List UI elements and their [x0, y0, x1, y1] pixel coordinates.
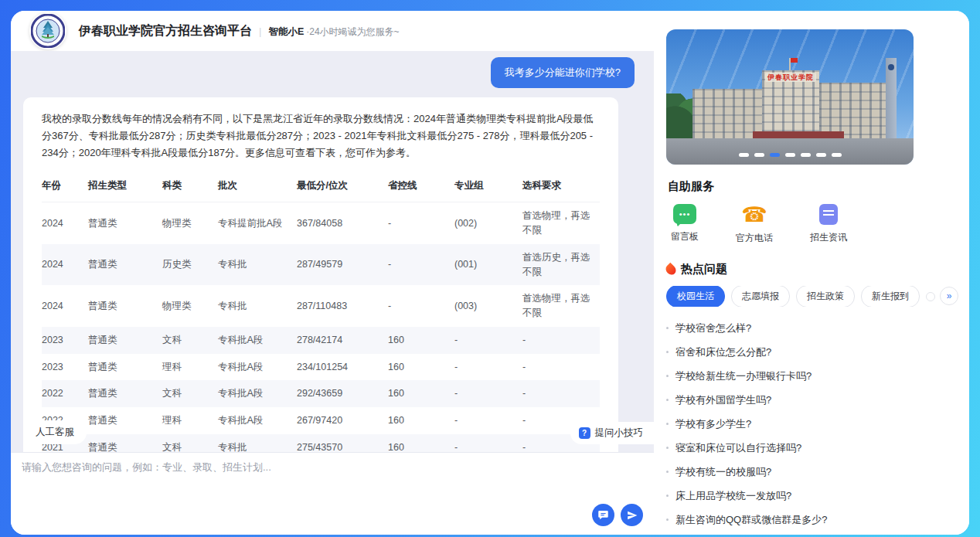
hot-question-item[interactable]: 新生咨询的QQ群或微信群是多少? [666, 508, 960, 532]
table-cell: 专科批 [218, 244, 297, 286]
table-cell: 普通类 [88, 354, 162, 381]
page-title: 伊春职业学院官方招生咨询平台 [79, 23, 252, 39]
admission-news-label: 招生资讯 [810, 231, 847, 244]
page-background: 伊春职业学院官方招生咨询平台 | 智能小E ·24小时竭诚为您服务~ 我考多少分… [0, 0, 980, 537]
open-chat-button[interactable] [592, 504, 614, 526]
hot-topic-tag[interactable]: 新生报到 [861, 286, 920, 307]
phone-icon: ☎ [741, 204, 767, 226]
tags-scroll-right-button[interactable]: » [940, 287, 958, 305]
campus-photo-carousel[interactable]: 伊春职业学院 [666, 29, 914, 165]
hot-question-item[interactable]: 寝室和床位可以自行选择吗? [666, 436, 960, 460]
carousel-dot[interactable] [801, 153, 811, 157]
hot-question-item[interactable]: 学校有统一的校服吗? [666, 460, 960, 484]
human-agent-button[interactable]: 人工客服 [23, 420, 87, 444]
news-doc-icon [819, 204, 838, 225]
service-tagline: ·24小时竭诚为您服务~ [306, 25, 399, 39]
table-cell: 专科提前批A段 [218, 202, 297, 244]
carousel-dot[interactable] [785, 153, 795, 157]
table-header-cell: 批次 [218, 171, 297, 202]
building-banner [753, 131, 844, 138]
table-cell: 2024 [42, 285, 88, 327]
bullet-dot [666, 518, 669, 521]
carousel-dot[interactable] [770, 153, 780, 157]
table-header-cell: 招生类型 [88, 171, 162, 202]
carousel-dot[interactable] [816, 153, 826, 157]
official-phone-label: 官方电话 [736, 232, 773, 245]
carousel-dots [666, 153, 914, 157]
table-cell: - [522, 354, 600, 381]
table-cell: 专科批 [218, 285, 297, 327]
table-cell: 文科 [162, 327, 218, 354]
bot-response-card: 我校的录取分数线每年的情况会稍有不同，以下是黑龙江省近年的录取分数线情况：202… [23, 97, 618, 452]
table-cell: 历史类 [162, 244, 218, 286]
hot-question-text: 学校有多少学生? [675, 417, 751, 431]
table-cell: (003) [454, 285, 522, 327]
bullet-dot [666, 471, 669, 473]
table-header-cell: 科类 [162, 171, 218, 202]
carousel-dot[interactable] [832, 153, 842, 157]
send-message-button[interactable] [621, 504, 643, 526]
table-row: 2024普通类物理类专科提前批A段367/84058-(002)首选物理，再选不… [42, 202, 600, 244]
hot-question-list: 学校宿舍怎么样?宿舍和床位怎么分配?学校给新生统一办理银行卡吗?学校有外国留学生… [666, 316, 960, 532]
hot-question-item[interactable]: 床上用品学校统一发放吗? [666, 484, 960, 508]
hot-topic-tags: 校园生活志愿填报招生政策新生报到 » [666, 286, 960, 307]
hot-question-text: 学校有统一的校服吗? [675, 465, 771, 479]
hot-question-item[interactable]: 宿舍和床位怎么分配? [666, 340, 960, 364]
table-cell: 275/43570 [297, 434, 388, 452]
chat-bubble-icon [597, 509, 609, 521]
table-cell: 理科 [162, 354, 218, 381]
table-cell: 2024 [42, 244, 88, 286]
table-row: 2023普通类理科专科批A段234/101254160-- [42, 354, 600, 381]
hot-question-text: 学校给新生统一办理银行卡吗? [675, 369, 812, 383]
table-row: 2022普通类文科专科批A段292/43659160-- [42, 380, 600, 407]
ask-tips-button[interactable]: ? 提问小技巧 [570, 422, 655, 444]
bullet-dot [666, 399, 669, 401]
hot-question-item[interactable]: 学校有外国留学生吗? [666, 388, 960, 412]
table-row: 2024普通类物理类专科批287/110483-(003)首选物理，再选不限 [42, 285, 600, 327]
carousel-dot[interactable] [739, 153, 749, 157]
double-chevron-right-icon: » [947, 291, 952, 301]
hot-question-text: 寝室和床位可以自行选择吗? [675, 441, 801, 455]
table-cell: 234/101254 [297, 354, 388, 381]
table-cell: (001) [454, 244, 522, 286]
hot-topic-tag[interactable]: 志愿填报 [731, 286, 790, 307]
bot-message-text: 我校的录取分数线每年的情况会稍有不同，以下是黑龙江省近年的录取分数线情况：202… [42, 110, 600, 161]
message-input[interactable] [22, 461, 578, 505]
hot-topic-tag[interactable]: 招生政策 [796, 286, 855, 307]
table-cell: 普通类 [88, 380, 162, 407]
header-bar: 伊春职业学院官方招生咨询平台 | 智能小E ·24小时竭诚为您服务~ [11, 11, 654, 51]
hot-question-item[interactable]: 学校有多少学生? [666, 412, 960, 436]
table-cell: - [454, 434, 522, 452]
table-cell: 专科批A段 [218, 327, 297, 354]
campus-road [666, 138, 914, 165]
official-phone-button[interactable]: ☎ 官方电话 [736, 204, 773, 245]
hot-topic-tag[interactable]: 校园生活 [666, 286, 725, 307]
table-cell: 文科 [162, 380, 218, 407]
chat-panel: 伊春职业学院官方招生咨询平台 | 智能小E ·24小时竭诚为您服务~ 我考多少分… [11, 11, 654, 535]
table-cell: 专科批A段 [218, 407, 297, 434]
hot-question-item[interactable]: 学校宿舍怎么样? [666, 316, 960, 340]
table-cell: 普通类 [88, 244, 162, 286]
campus-tower [886, 58, 897, 138]
table-cell: - [454, 407, 522, 434]
table-cell: 物理类 [162, 202, 218, 244]
table-header-cell: 省控线 [388, 171, 454, 202]
hot-question-text: 学校宿舍怎么样? [675, 321, 751, 335]
carousel-dot[interactable] [754, 153, 764, 157]
table-cell: 278/42174 [297, 327, 388, 354]
hot-questions-label: 热点问题 [681, 262, 727, 277]
message-board-icon [673, 204, 696, 224]
message-board-button[interactable]: 留言板 [671, 204, 699, 245]
admission-news-button[interactable]: 招生资讯 [810, 204, 847, 245]
hot-question-text: 床上用品学校统一发放吗? [675, 489, 791, 503]
school-logo [29, 12, 66, 49]
hot-question-item[interactable]: 学校给新生统一办理银行卡吗? [666, 364, 960, 388]
hot-question-text: 宿舍和床位怎么分配? [675, 345, 771, 359]
table-cell: 160 [388, 354, 454, 381]
table-cell: 2023 [42, 354, 88, 381]
hot-topic-tag-clipped[interactable] [926, 292, 935, 301]
bullet-dot [666, 375, 669, 377]
table-row: 2023普通类文科专科批A段278/42174160-- [42, 327, 600, 354]
send-paper-plane-icon [627, 510, 638, 521]
table-cell: 首选物理，再选不限 [522, 285, 600, 327]
